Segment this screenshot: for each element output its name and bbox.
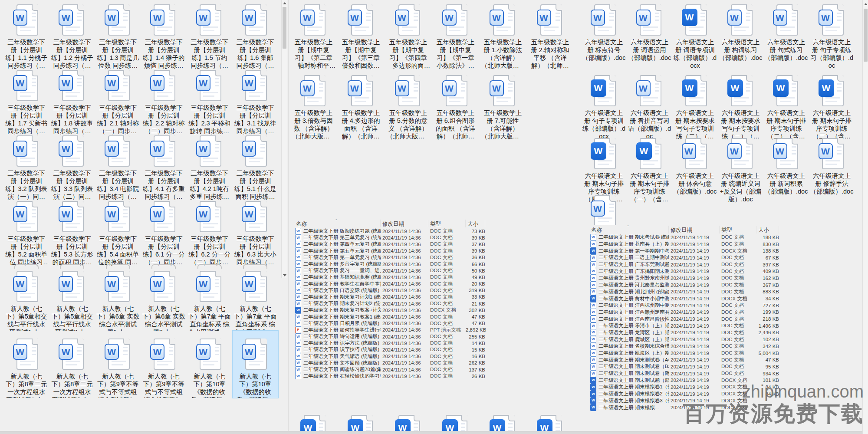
file-item[interactable]: W三年级数学下册【分层训练】6.2 分一分（二）同步练习（含答... xyxy=(187,200,233,266)
file-item[interactable]: W新人教（七下）第8章二元一次方程组水平测试题2.doc xyxy=(49,331,95,398)
scroll-up-button[interactable] xyxy=(863,1,868,7)
table-row[interactable]: W二年级语文上册 黄材中小期中测试卷...2024/11/19 14:19DOC… xyxy=(589,295,785,302)
file-item[interactable]: W三年级数学下册【分层训练】1.2 分橘子 同步练习（含答案）（... xyxy=(49,3,95,69)
file-item[interactable]: W新人教（七下）第5章相交线与平行线水平测试2.doc xyxy=(49,263,95,331)
table-row[interactable]: W二年级语文上册 期末测试卷（B卷）（...2024/11/19 14:19DO… xyxy=(589,363,785,370)
file-item[interactable]: W三年级数学下册【分层训练】3.1 找规律 同步练习（含答案）（... xyxy=(233,69,279,135)
column-header-2[interactable]: 类型 xyxy=(428,220,466,227)
table-row[interactable]: W二年级语文上册 瓯海区（上）期末模...2024/11/19 14:19DOC… xyxy=(589,350,785,357)
table-row[interactable]: W二年级语文下册 基础知识竞赛 (统编版...2024/11/19 14:36D… xyxy=(294,274,502,280)
right-pane-scrollbar[interactable] xyxy=(862,0,868,434)
file-item[interactable]: W三年级数学下册【分层训练】1.6 集邮 同步练习（含答案）（北... xyxy=(233,3,279,69)
table-row[interactable]: W二年级语文下册 期末复习计划2 (统编...2024/11/19 14:36D… xyxy=(294,300,502,307)
file-item[interactable]: W三年级数学下册【分层训练】6.3 比大小 同步练习（含答案）（... xyxy=(233,200,279,266)
table-row[interactable]: W二年级语文上册 江西赣州定南县期末...2024/11/19 14:19DOC… xyxy=(589,309,785,316)
table-row[interactable]: W二年级语文上册 广东东莞测试题 (部...2024/11/19 14:19DO… xyxy=(589,261,785,268)
table-row[interactable]: W二年级语文上册 贵州黔东南州试卷 (...2024/11/19 14:19DO… xyxy=(589,275,785,282)
table-row[interactable]: W二年级语文上册 河北秦皇岛监测卷 (...2024/11/19 14:19DO… xyxy=(589,282,785,289)
file-item[interactable]: W六年级语文上册 句式练习（部编版）.doc xyxy=(763,3,809,69)
file-item[interactable]: W五年级数学上册【期中复习】《第二章 轴对称和平移》复习讲... xyxy=(290,3,337,74)
table-row[interactable]: W二年级语文上册 名校期末综合模拟卷...2024/11/19 14:19DOC… xyxy=(589,343,785,350)
file-item[interactable]: W三年级数学下册【分层训练】6.1 分一分（一）同步练习（含答... xyxy=(141,200,187,266)
file-item[interactable]: W三年级数学下册【分层训练】3.3 队列表演（二）同步练习（含... xyxy=(49,135,95,200)
file-item[interactable]: W六年级语文上册 期末按要求写句子专项训练（一）（含答案... xyxy=(718,74,763,140)
file-item[interactable]: W六年级语文上册 标点符号（部编版）.doc xyxy=(581,3,627,69)
file-item[interactable]: W五年级数学上册【期中复习】《第四章 多边形的面积》复习讲... xyxy=(385,3,432,74)
table-row[interactable]: W二年级语文下册 文本回顾 (统编版) .doc2024/11/19 14:36… xyxy=(294,360,502,366)
file-item[interactable]: W新人教（七下）第6章 实数 综合水平测试题2.doc xyxy=(141,263,187,331)
file-item[interactable]: W六年级语文上册 修辞手法（部编版）.doc xyxy=(809,137,855,203)
table-row[interactable]: W二年级语文下册 诗句运用 (统编版) .doc2024/11/19 14:36… xyxy=(294,333,502,340)
scroll-up-button[interactable] xyxy=(282,0,287,6)
file-item[interactable]: W六年级语文上册 句子专项训练（部编版）.docx xyxy=(581,74,627,140)
file-item[interactable]: W五年级数学上册 3.倍数与因数 （含详解）（北师大版）.doc xyxy=(290,74,337,145)
file-item[interactable]: W六年级语文上册 看拼音写词语（部编版）.doc xyxy=(627,74,672,140)
file-item[interactable]: W六年级语文上册 期末句子排序专项训练（三）（含答案）（部... xyxy=(809,74,855,140)
file-item[interactable]: W新人教（七下）第7章 平面直角坐标系 综合水平测试题2.doc xyxy=(233,263,279,331)
file-item[interactable]: W三年级数学下册【分层训练】5.4 面积单位的换算 同步练习（含... xyxy=(95,200,141,266)
table-row[interactable]: W二年级语文下册 阅读练习题70篇(集锦)...2024/11/19 14:36… xyxy=(294,366,502,373)
file-item[interactable]: W五年级数学上册【期中复习】《第一章 小数除法》复习讲义 ... xyxy=(432,3,479,74)
file-item[interactable]: W新人教（七下）第5章相交线与平行线水平测试1.doc xyxy=(3,263,49,331)
table-row[interactable]: W二年级语文下册 第四单元复习 (统编版...2024/11/19 14:36D… xyxy=(294,241,502,247)
column-header-3[interactable]: 大小 xyxy=(466,220,485,227)
file-item[interactable]: W三年级数学下册【分层训练】1.3 商是几位数 同步练习（含答案... xyxy=(95,3,141,69)
table-row[interactable]: W二年级语文下册 识字技巧 (统编版) .doc2024/11/19 14:36… xyxy=(294,346,502,353)
table-row[interactable]: W二年级语文下册 第一单元复习 (统编版...2024/11/19 14:36D… xyxy=(294,254,502,261)
column-header-3[interactable]: 大小 xyxy=(756,226,779,233)
table-row[interactable]: W二年级语文上册 第一学期期中考试 (...2024/11/19 14:19DO… xyxy=(589,247,785,254)
table-row[interactable]: W二年级语文下册 版阅读练习题 (统编版...2024/11/19 14:36D… xyxy=(294,228,502,234)
file-item[interactable]: W三年级数学下册【分层训练】2.3 平移和旋转 同步练习（含答案... xyxy=(187,69,233,135)
file-item[interactable]: W新人教（七下）第9章不等式与不等式组综合检测题2.doc xyxy=(141,331,187,398)
table-row[interactable]: W二年级语文下册 识字方法 (统编版) .doc2024/11/19 14:36… xyxy=(294,340,502,346)
left-pane-scrollbar[interactable] xyxy=(281,0,287,278)
file-item[interactable]: W新人教（七下）第8章二元一次方程组水平测试题1.doc xyxy=(3,331,49,398)
table-row[interactable]: W二年级语文上册 江西抚州期中测试卷...2024/11/19 14:19DOC… xyxy=(589,302,785,309)
file-item[interactable]: W五年级数学上册 6.组合图形的面积 （含详解）（北师大版）.d... xyxy=(432,74,479,145)
file-item[interactable]: W六年级语文上册 句子专项练习（部编版）.doc xyxy=(809,3,855,69)
file-item[interactable]: W新人教（七下）第6章 实数 综合水平测试题1.doc xyxy=(95,263,141,331)
table-row[interactable]: W二年级语文下册 期末复习教案1 (统编...2024/11/19 14:36D… xyxy=(294,313,502,320)
file-item[interactable]: W三年级数学下册【分层训练】3.4 电影院 同步练习（含答案）（... xyxy=(95,135,141,200)
file-item[interactable]: W三年级数学下册【分层训练】1.8 讲故事 同步练习（含答案）（... xyxy=(49,69,95,135)
file-item[interactable]: W六年级语文上册 构词练习（部编版）.doc xyxy=(718,3,763,69)
table-row[interactable]: W二年级语文上册 鹿城区（上）期末模...2024/11/19 14:19DOC… xyxy=(589,336,785,343)
file-item[interactable]: W三年级数学下册【分层训练】1.4 猴子的烦恼 同步练习（含答案... xyxy=(141,3,187,69)
file-item[interactable]: W五年级数学上册 5.分数的意义 （含详解）（北师大版）.doc xyxy=(385,74,432,145)
file-item[interactable]: W xyxy=(581,194,627,227)
file-item[interactable]: W六年级语文上册 期末句子排序专项训练（二）（含答案）（部... xyxy=(763,74,809,140)
table-row[interactable]: W二年级语文上册 期末测试卷（A卷）（...2024/11/19 14:19DO… xyxy=(589,356,785,363)
file-item[interactable]: W三年级数学下册【分层训练】1.1 分桃子 同步练习（含答案）（... xyxy=(3,3,49,69)
file-item[interactable]: W五年级数学上册【期中复习】《第三章 倍数和因数》复习讲义 ... xyxy=(337,3,385,74)
column-header-2[interactable]: 类型 xyxy=(720,226,756,233)
file-item[interactable]: W六年级语文上册 新词积累（部编版）.doc xyxy=(763,137,809,203)
file-item[interactable]: W三年级数学下册【分层训练】5.2 面积单位 同步练习（含答案）... xyxy=(3,200,49,266)
file-item[interactable]: W三年级数学下册【分层训练】5.1 什么是面积 同步练习（含答案... xyxy=(233,135,279,200)
file-item[interactable]: W新人教（七下）第9章不等式与不等式组综合测试题1.doc xyxy=(95,331,141,398)
file-item[interactable]: W新人教（七下）第7章 平面直角坐标系 综合水平测试题1.doc xyxy=(187,263,233,331)
table-row[interactable]: W二年级语文下册 在轻松愉快的学习中实...2024/11/19 14:36DO… xyxy=(294,373,502,379)
table-row[interactable]: W二年级语文下册 日积月累 (统编版) .doc2024/11/19 14:36… xyxy=(294,320,502,327)
file-item[interactable]: W新人教（七下）第10章《数据的收集、整理与描述》水平测试... xyxy=(233,331,279,398)
table-row[interactable]: W二年级语文下册 复习——量词、近义词...2024/11/19 14:36DO… xyxy=(294,267,502,274)
column-header-1[interactable]: 修改日期 xyxy=(669,226,720,233)
table-row[interactable]: W二年级语文下册 天气谚语 (统编版) .doc2024/11/19 14:36… xyxy=(294,353,502,360)
file-item[interactable]: W三年级数学下册【分层训练】4.2 1吨有多重 同步练习（含答案... xyxy=(187,135,233,200)
column-header-1[interactable]: 修改日期 xyxy=(381,220,428,227)
table-row[interactable]: W二年级语文上册 二语上期中测试题 (...2024/11/19 14:19DO… xyxy=(589,254,785,261)
file-item[interactable]: W三年级数学下册【分层训练】5.3 长方形的面积 同步练习（含答... xyxy=(49,200,95,266)
file-item[interactable]: W六年级语文上册 词语专项训练（部编版）.docx xyxy=(672,3,718,69)
file-item[interactable]: W三年级数学下册【分层训练】2.2 轴对称（二）同步练习（含答... xyxy=(141,69,187,135)
table-row[interactable]: W二年级语文上册 乐清市（上）期末模...2024/11/19 14:19DOC… xyxy=(589,322,785,329)
file-item[interactable]: W新人教（七下）第10章《数据的收集、整理与描述》水平测试... xyxy=(187,331,233,398)
file-item[interactable]: W五年级数学上册 4.多边形的面积 （含详解）（北师大版）.doc xyxy=(337,74,385,145)
file-item[interactable]: W六年级语文上册 期末句子排序专项训练（一）（含答案）（部... xyxy=(627,137,672,203)
file-item[interactable]: W三年级数学下册【分层训练】3.2 队列表演（一）同步练习（含... xyxy=(3,135,49,200)
table-row[interactable]: W二年级语文上册 江西南昌阶段性试卷...2024/11/19 14:19DOC… xyxy=(589,316,785,322)
file-item[interactable]: W三年级数学下册【分层训练】1.5 节约 同步练习（含答案）（北... xyxy=(187,3,233,69)
table-row[interactable]: W二年级语文上册 龙湾区（上）期末模...2024/11/19 14:19DOC… xyxy=(589,329,785,336)
table-row[interactable]: W二年级语文上册 湖北荆州 (部编) .doc2024/11/19 14:19D… xyxy=(589,289,785,296)
file-item[interactable]: W三年级数学下册【分层训练】4.1 有多重 同步练习（含答案）（... xyxy=(141,135,187,200)
scrollbar-thumb[interactable] xyxy=(283,7,286,49)
scrollbar-thumb[interactable] xyxy=(864,9,868,62)
